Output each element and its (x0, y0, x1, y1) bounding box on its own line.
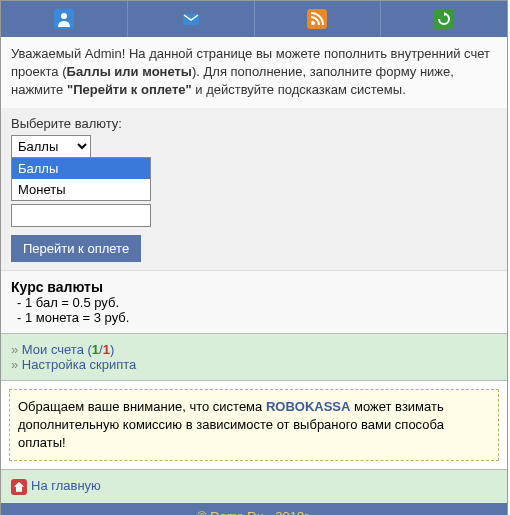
currency-label: Выберите валюту: (11, 116, 497, 131)
robokassa-text: ROBOKASSA (266, 399, 351, 414)
top-nav (1, 1, 507, 37)
mail-icon (181, 9, 201, 29)
notice-box: Обращаем ваше внимание, что система ROBO… (9, 389, 499, 462)
my-accounts-link[interactable]: Мои счета (1/1) (22, 342, 114, 357)
option-bally[interactable]: Баллы (12, 158, 150, 179)
links-section: » Мои счета (1/1) » Настройка скрипта (1, 333, 507, 381)
dcms-link[interactable]: Dcms.Ru (210, 509, 263, 515)
home-section: На главную (1, 469, 507, 503)
nav-profile[interactable] (1, 1, 128, 37)
rate-line-1: - 1 бал = 0.5 руб. (17, 295, 497, 310)
svg-point-4 (311, 21, 315, 25)
nav-refresh[interactable] (381, 1, 507, 37)
submit-button[interactable]: Перейти к оплете (11, 235, 141, 262)
profile-icon (54, 9, 74, 29)
copyright-bar: © Dcms.Ru - 2013г. (1, 503, 507, 515)
rate-title: Курс валюты (11, 279, 497, 295)
home-icon (11, 479, 27, 495)
currency-dropdown: Баллы Монеты (11, 157, 151, 201)
nav-mail[interactable] (128, 1, 255, 37)
option-monety[interactable]: Монеты (12, 179, 150, 200)
svg-point-1 (61, 13, 67, 19)
refresh-icon (434, 9, 454, 29)
intro-text: Уважаемый Admin! На данной странице вы м… (1, 37, 507, 108)
script-settings-link[interactable]: Настройка скрипта (22, 357, 136, 372)
amount-input[interactable] (11, 204, 151, 227)
form-section: Выберите валюту: Баллы Баллы Монеты XXXX… (1, 108, 507, 270)
nav-rss[interactable] (255, 1, 382, 37)
currency-select[interactable]: Баллы (11, 135, 91, 158)
rate-line-2: - 1 монета = 3 руб. (17, 310, 497, 325)
home-link[interactable]: На главную (31, 478, 101, 493)
rate-section: Курс валюты - 1 бал = 0.5 руб. - 1 монет… (1, 270, 507, 333)
rss-icon (307, 9, 327, 29)
